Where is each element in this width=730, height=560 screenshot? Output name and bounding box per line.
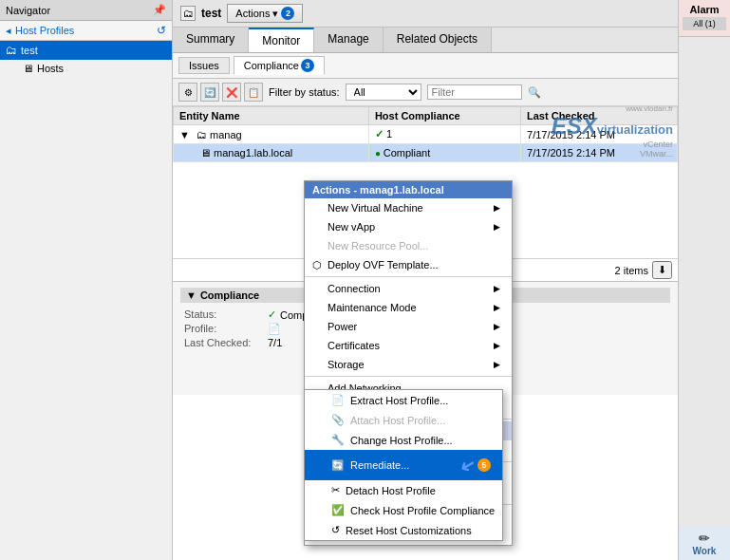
main-tabs: Summary Monitor Manage Related Objects [173,28,678,53]
items-export-button[interactable]: ⬇ [652,261,672,279]
hosts-icon: 🖥 [23,63,33,74]
submenu-item-reset[interactable]: ↺ Reset Host Customizations [305,520,502,540]
host-profiles-submenu: 📄 Extract Host Profile... 📎 Attach Host … [304,389,503,541]
last-checked-label: Last Checked: [184,337,260,348]
submenu-item-attach[interactable]: 📎 Attach Host Profile... [305,410,502,430]
navigator-title: Navigator [6,5,50,16]
compliance-table: Entity Name Host Compliance Last Checked… [173,106,678,162]
tab-summary[interactable]: Summary [173,28,249,52]
status-label: Status: [184,308,260,321]
actions-badge: 2 [281,7,294,20]
menu-item-maintenance[interactable]: Maintenance Mode ▶ [305,298,512,317]
folder-icon: 🗂 [6,44,17,57]
detach-icon: ✂ [331,484,340,496]
profile-icon: 📄 [268,323,281,335]
filter-text-input[interactable] [427,84,522,100]
folder-icon: 🗂 [197,129,207,140]
sub-tab-issues[interactable]: Issues [178,57,230,74]
submenu-arrow-icon: ▶ [494,222,500,232]
right-sidebar: Alarm All (1) ✏ Work [678,0,730,560]
filter-status-select[interactable]: All [346,84,421,101]
submenu-item-check-compliance[interactable]: ✅ Check Host Profile Compliance [305,500,502,520]
object-name: test [201,7,221,20]
nav-sub-item-hosts[interactable]: 🖥 Hosts [0,60,172,77]
nav-breadcrumb[interactable]: ◂ Host Profiles ↺ [0,21,172,41]
entity-name-cell: ▼ 🗂 manag [174,125,369,144]
menu-item-storage[interactable]: Storage ▶ [305,355,512,374]
menu-item-new-vm[interactable]: New Virtual Machine ▶ [305,198,512,217]
filter-icon-4[interactable]: 📋 [244,83,263,102]
compliant-icon: ● [375,148,384,159]
submenu-item-change[interactable]: 🔧 Change Host Profile... [305,430,502,450]
actions-label: Actions [235,8,270,19]
last-checked-cell: 7/17/2015 2:14 PM [521,144,678,162]
submenu-item-remediate[interactable]: 🔄 Remediate... ➜ 5 [305,450,502,480]
submenu-item-extract[interactable]: 📄 Extract Host Profile... [305,390,502,410]
alarm-panel: Alarm All (1) [679,0,730,37]
status-check-icon: ✓ [268,308,276,321]
filter-bar: ⚙ 🔄 ❌ 📋 Filter by status: All 🔍 [173,79,678,106]
compliance-section-label: Compliance [200,289,259,301]
col-last-checked: Last Checked [521,107,678,125]
menu-item-connection[interactable]: Connection ▶ [305,279,512,298]
navigator-panel: Navigator 📌 ◂ Host Profiles ↺ 🗂 test 🖥 H… [0,0,173,560]
filter-icons: ⚙ 🔄 ❌ 📋 [178,83,263,102]
nav-history-icon[interactable]: ↺ [157,24,166,37]
menu-item-new-resource-pool: New Resource Pool... [305,236,512,255]
collapse-icon: ▼ [186,289,197,301]
table-row[interactable]: 🖥 manag1.lab.local ● Compliant 7/17/2015… [174,144,678,162]
menu-item-deploy-ovf[interactable]: ⬡ Deploy OVF Template... [305,255,512,274]
menu-separator [305,276,512,277]
table-header-row: Entity Name Host Compliance Last Checked [174,107,678,125]
sub-tab-compliance[interactable]: Compliance 3 [234,56,325,75]
items-count: 2 items [615,265,648,276]
host-icon: 🖥 [200,147,211,159]
back-arrow-icon: ◂ [6,25,11,37]
col-entity-name: Entity Name [174,107,369,125]
nav-back-label[interactable]: Host Profiles [15,25,74,36]
filter-icon-2[interactable]: 🔄 [200,83,219,102]
menu-separator [305,376,512,377]
change-icon: 🔧 [331,434,345,446]
ovf-icon: ⬡ [312,259,322,271]
expand-arrow-icon[interactable]: ▼ [179,129,190,140]
menu-item-new-vapp[interactable]: New vApp ▶ [305,217,512,236]
compliance-badge: 3 [301,59,314,72]
attach-icon: 📎 [331,414,345,426]
reset-icon: ↺ [331,524,340,536]
tab-monitor[interactable]: Monitor [249,28,314,52]
submenu-arrow-icon: ▶ [494,203,500,213]
tab-manage[interactable]: Manage [314,28,383,52]
submenu-item-detach[interactable]: ✂ Detach Host Profile [305,480,502,500]
object-icon: 🗂 [180,6,196,21]
alarm-all-tab[interactable]: All (1) [683,17,726,30]
extract-icon: 📄 [331,394,345,406]
remediate-icon: 🔄 [331,459,345,472]
check-icon: ✓ [375,128,384,140]
actions-button[interactable]: Actions ▾ 2 [227,4,303,23]
filter-search-icon: 🔍 [528,86,541,99]
submenu-arrow-icon: ▶ [494,341,500,350]
object-header: 🗂 test Actions ▾ 2 [173,0,678,28]
pin-icon: 📌 [153,4,166,16]
nav-tree-item-test[interactable]: 🗂 test [0,41,172,60]
nav-tree-item-label: test [21,45,38,56]
compliance-cell: ✓ 1 [368,125,520,144]
filter-icon-3[interactable]: ❌ [222,83,241,102]
filter-by-status-label: Filter by status: [269,86,340,98]
menu-item-power[interactable]: Power ▶ [305,317,512,336]
blue-arrow-icon: ➜ [455,451,480,478]
menu-item-certificates[interactable]: Certificates ▶ [305,336,512,355]
submenu-arrow-icon: ▶ [494,360,500,369]
submenu-arrow-icon: ▶ [494,322,500,331]
filter-icon-1[interactable]: ⚙ [178,83,197,102]
check-compliance-icon: ✅ [331,504,345,516]
work-panel: ✏ Work [679,527,730,560]
entity-name-cell: 🖥 manag1.lab.local [174,144,369,162]
tab-related-objects[interactable]: Related Objects [384,28,492,52]
profile-label: Profile: [184,323,260,335]
table-row[interactable]: ▼ 🗂 manag ✓ 1 7/17/2015 2:14 PM [174,125,678,144]
navigator-header: Navigator 📌 [0,0,172,21]
actions-dropdown-icon: ▾ [272,8,278,20]
nav-sub-item-label: Hosts [37,63,64,74]
